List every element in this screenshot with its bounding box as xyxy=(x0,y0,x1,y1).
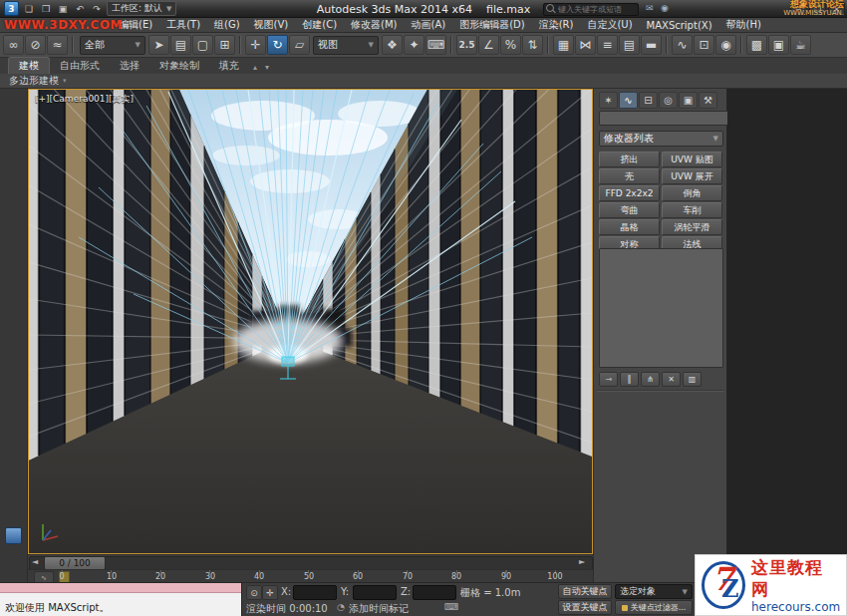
ribbon-tab-object-paint[interactable]: 对象绘制 xyxy=(149,58,209,74)
create-tab[interactable]: ✶ xyxy=(599,92,618,109)
viewport-canvas[interactable] xyxy=(29,90,592,553)
motion-tab[interactable]: ◎ xyxy=(659,92,678,109)
reference-coordinate-dropdown[interactable]: 视图▼ xyxy=(313,36,379,55)
selection-lock-icon[interactable]: ⊙ xyxy=(246,585,262,600)
next-frame-icon[interactable]: ► xyxy=(579,557,585,566)
viewport-tab-button[interactable] xyxy=(5,527,22,544)
maxscript-mini-listener[interactable]: 欢迎使用 MAXScript。 xyxy=(0,583,242,616)
x-coordinate-field[interactable] xyxy=(293,585,337,600)
menu-tools[interactable]: 工具(T) xyxy=(159,18,207,32)
layer-manager-button[interactable]: ▤ xyxy=(619,35,640,55)
ribbon-minimize-icon[interactable]: ▴ xyxy=(253,63,257,72)
selection-set-dropdown[interactable]: 选定对象▼ xyxy=(615,584,693,599)
hierarchy-tab[interactable]: ⊟ xyxy=(639,92,658,109)
y-coordinate-field[interactable] xyxy=(353,585,397,600)
unwrap-uvw-button[interactable]: UVW 展开 xyxy=(662,168,722,184)
select-and-link-button[interactable]: ∞ xyxy=(3,35,24,55)
save-file-button[interactable]: ▣ xyxy=(56,2,70,15)
ribbon-tab-freeform[interactable]: 自由形式 xyxy=(50,58,110,74)
window-crossing-button[interactable]: ⊞ xyxy=(214,35,235,55)
menu-views[interactable]: 视图(V) xyxy=(247,18,296,32)
previous-frame-icon[interactable]: ◄ xyxy=(32,557,38,566)
render-production-button[interactable]: ☕ xyxy=(790,35,811,55)
turbosmooth-button[interactable]: 涡轮平滑 xyxy=(662,219,722,235)
search-input[interactable] xyxy=(543,3,639,16)
snaps-toggle-button[interactable]: 2.5 xyxy=(456,35,477,55)
modifier-stack-list[interactable] xyxy=(599,248,723,368)
menu-animation[interactable]: 动画(A) xyxy=(405,18,453,32)
ribbon-toggle-button[interactable]: ▬ xyxy=(641,35,662,55)
key-filters-button[interactable]: 关键点过滤器... xyxy=(615,600,693,615)
open-file-button[interactable]: ❒ xyxy=(39,2,53,15)
uvw-map-button[interactable]: UVW 贴图 xyxy=(662,152,722,167)
close-button[interactable]: ✕ xyxy=(828,2,845,16)
select-and-move-button[interactable]: ✛ xyxy=(245,35,266,55)
time-slider-handle[interactable]: 0 / 100 xyxy=(44,556,106,570)
modifier-list-dropdown[interactable]: 修改器列表▼ xyxy=(599,131,723,147)
camera-viewport[interactable]: [+][Camera001][真实] xyxy=(28,89,593,554)
show-end-result-button[interactable]: ‖ xyxy=(620,372,639,387)
lattice-button[interactable]: 晶格 xyxy=(599,219,660,235)
use-pivot-center-button[interactable]: ❖ xyxy=(382,35,403,55)
menu-customize[interactable]: 自定义(U) xyxy=(580,18,639,32)
bind-to-space-warp-button[interactable]: ≈ xyxy=(47,35,68,55)
lathe-button[interactable]: 车削 xyxy=(662,202,722,218)
align-button[interactable]: ≡ xyxy=(597,35,618,55)
rectangular-selection-button[interactable]: ▢ xyxy=(192,35,213,55)
keyboard-override-button[interactable]: ⌨ xyxy=(425,35,446,55)
menu-create[interactable]: 创建(C) xyxy=(295,18,344,32)
percent-snap-button[interactable]: % xyxy=(500,35,521,55)
chevron-down-icon[interactable]: ▾ xyxy=(265,63,269,72)
chamfer-button[interactable]: 倒角 xyxy=(662,185,722,201)
menu-help[interactable]: 帮助(H) xyxy=(719,18,768,32)
angle-snap-button[interactable]: ∠ xyxy=(478,35,499,55)
menu-group[interactable]: 组(G) xyxy=(207,18,247,32)
render-setup-button[interactable]: ▩ xyxy=(746,35,767,55)
time-slider-track[interactable] xyxy=(29,556,593,570)
menu-graph-editors[interactable]: 图形编辑器(D) xyxy=(452,18,532,32)
make-unique-button[interactable]: ⋔ xyxy=(641,372,660,387)
unlink-selection-button[interactable]: ⊘ xyxy=(25,35,46,55)
object-name-field[interactable] xyxy=(599,111,731,126)
ribbon-tab-modeling[interactable]: 建模 xyxy=(8,57,50,74)
curve-editor-button[interactable]: ∿ xyxy=(672,35,693,55)
workspace-dropdown[interactable]: 工作区: 默认▼ xyxy=(107,1,176,16)
select-and-scale-button[interactable]: ▱ xyxy=(289,35,310,55)
auto-key-button[interactable]: 自动关键点 xyxy=(558,584,612,599)
extrude-button[interactable]: 挤出 xyxy=(599,152,660,167)
minimize-button[interactable]: ─ xyxy=(790,2,807,16)
configure-modifier-sets-button[interactable]: ▥ xyxy=(683,372,702,387)
utilities-tab[interactable]: ⚒ xyxy=(699,92,717,109)
polygon-modeling-panel[interactable]: 多边形建模 xyxy=(9,74,59,88)
maximize-button[interactable]: ❐ xyxy=(809,2,826,16)
rendered-frame-button[interactable]: ▣ xyxy=(768,35,789,55)
set-key-button[interactable]: 设置关键点 xyxy=(558,600,612,615)
application-menu-button[interactable]: 3 xyxy=(4,1,19,16)
select-and-manipulate-button[interactable]: ✦ xyxy=(404,35,424,55)
spinner-snap-button[interactable]: ⇅ xyxy=(522,35,543,55)
listener-line[interactable]: 欢迎使用 MAXScript。 xyxy=(0,593,241,616)
remove-modifier-button[interactable]: ✕ xyxy=(662,372,681,387)
material-editor-button[interactable]: ◉ xyxy=(715,35,736,55)
mirror-button[interactable]: ⋈ xyxy=(575,35,596,55)
select-by-name-button[interactable]: ▤ xyxy=(170,35,191,55)
sign-in-icon[interactable]: ◉ xyxy=(661,3,669,13)
pin-stack-button[interactable]: ⊸ xyxy=(599,372,618,387)
ribbon-tab-populate[interactable]: 填充 xyxy=(209,58,249,74)
communication-center-icon[interactable]: ✉ xyxy=(646,3,654,13)
bend-button[interactable]: 弯曲 xyxy=(599,202,660,218)
add-time-tag-button[interactable]: 添加时间标记 xyxy=(349,602,409,616)
new-file-button[interactable]: ❏ xyxy=(22,2,36,15)
ribbon-tab-selection[interactable]: 选择 xyxy=(110,58,149,74)
shell-button[interactable]: 壳 xyxy=(599,168,660,184)
modify-tab[interactable]: ∿ xyxy=(619,92,638,109)
macro-recorder-line[interactable] xyxy=(0,583,241,593)
selection-filter-dropdown[interactable]: 全部▼ xyxy=(80,36,145,55)
menu-modifiers[interactable]: 修改器(M) xyxy=(344,18,404,32)
absolute-offset-mode-icon[interactable]: ✛ xyxy=(262,585,278,600)
display-tab[interactable]: ▣ xyxy=(679,92,698,109)
viewport-label[interactable]: [+][Camera001][真实] xyxy=(35,93,134,106)
select-object-button[interactable]: ➤ xyxy=(148,35,169,55)
ffd-button[interactable]: FFD 2x2x2 xyxy=(599,185,660,201)
named-selection-sets-button[interactable]: ▦ xyxy=(553,35,574,55)
